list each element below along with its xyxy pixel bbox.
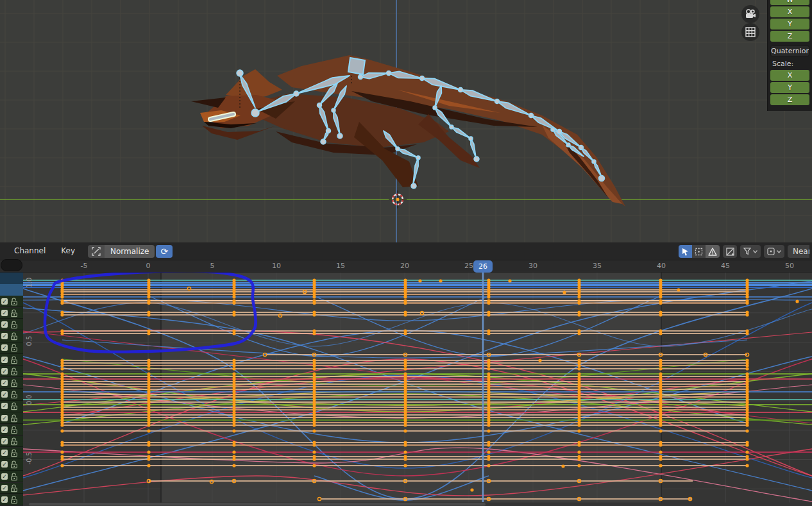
ruler-tick: 0 (146, 262, 151, 270)
ruler-tick: 20 (400, 262, 409, 270)
transform-panel: WXYZ Quaternion Scale: XYZ (767, 0, 812, 111)
show-errors-icon[interactable] (706, 245, 720, 258)
viewport-canvas (0, 0, 812, 242)
menu-channel[interactable]: Channel (6, 242, 53, 260)
proportional-edit-dropdown[interactable] (764, 245, 784, 258)
normalize-icon (88, 245, 105, 258)
grid-ortho-icon[interactable] (741, 23, 759, 41)
auto-normalize-refresh-button[interactable]: ⟳ (156, 245, 173, 258)
ruler-tick: 50 (785, 262, 794, 270)
menu-key[interactable]: Key (53, 242, 83, 260)
ruler-tick: 45 (721, 262, 730, 270)
value-axis-tick: 0.0 (26, 391, 33, 410)
rotation-field-y[interactable]: Y (770, 19, 809, 30)
ruler-tick: 5 (210, 262, 215, 270)
normalize-label: Normalize (105, 245, 155, 258)
header-right-tools: Near (679, 245, 809, 258)
camera-view-icon[interactable] (741, 5, 759, 23)
normalize-toggle[interactable]: Normalize (88, 245, 155, 258)
ruler-tick: 15 (336, 262, 345, 270)
tweak-tool-icon[interactable] (679, 245, 692, 258)
timeline-ruler[interactable]: -50510152025303540455026 (0, 260, 812, 273)
graph-editor: Channel Key Normalize ⟳ (0, 242, 812, 506)
box-select-icon[interactable] (692, 245, 706, 258)
h-scrollbar-thumb (29, 503, 486, 506)
channel-search-box[interactable] (1, 259, 22, 271)
scale-field-x[interactable]: X (770, 70, 809, 81)
scale-field-z[interactable]: Z (770, 94, 809, 105)
ruler-tick: 25 (464, 262, 473, 270)
rotation-field-x[interactable]: X (770, 6, 809, 17)
filter-dropdown[interactable] (740, 245, 761, 258)
ruler-tick: -5 (81, 262, 88, 270)
ruler-tick: 10 (272, 262, 281, 270)
blender-window: WXYZ Quaternion Scale: XYZ Channel Key N… (0, 0, 812, 506)
fcurve-canvas[interactable] (0, 273, 812, 506)
rotation-field-z[interactable]: Z (770, 31, 809, 42)
ruler-tick: 35 (593, 262, 602, 270)
skull-bone (348, 58, 365, 74)
3d-viewport[interactable] (0, 0, 812, 242)
ruler-tick: 40 (657, 262, 666, 270)
rotation-field-w[interactable]: W (770, 0, 809, 5)
value-axis-tick: 0.5 (26, 332, 33, 351)
current-frame-badge[interactable]: 26 (473, 260, 493, 273)
scale-fields: XYZ (770, 70, 810, 105)
normalize-view-icon[interactable] (723, 245, 737, 258)
snap-dropdown[interactable]: Near (788, 245, 809, 258)
rotation-fields: WXYZ (770, 0, 810, 42)
value-axis-tick: -0.5 (26, 449, 33, 468)
scale-label: Scale: (772, 60, 809, 68)
scale-field-y[interactable]: Y (770, 82, 809, 93)
ruler-tick: 30 (529, 262, 537, 270)
value-axis-tick: 1.0 (26, 273, 33, 292)
graph-editor-header: Channel Key Normalize ⟳ (0, 242, 812, 260)
rotation-mode-dropdown[interactable]: Quaternion (770, 46, 809, 56)
